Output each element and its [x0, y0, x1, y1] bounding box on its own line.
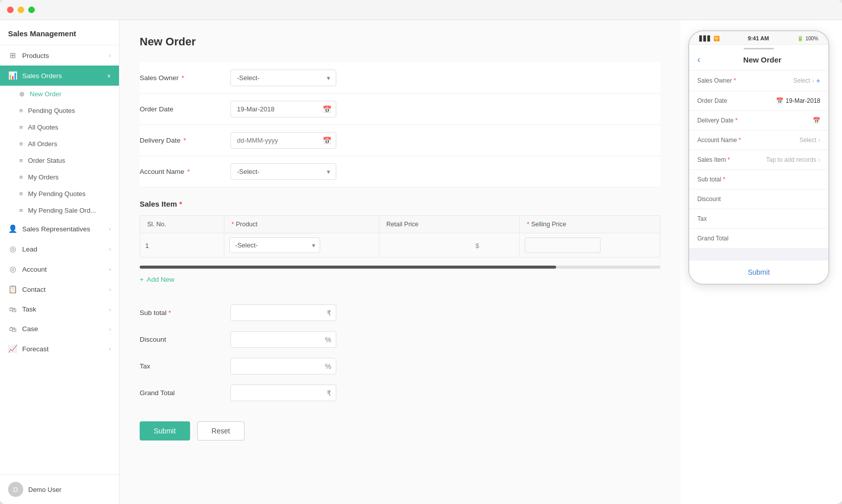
phone-page-title: New Order [704, 55, 820, 64]
order-date-label: Order Date [140, 105, 230, 113]
retail-price-input[interactable] [384, 242, 483, 249]
sidebar-label-forecast: Forecast [22, 345, 49, 353]
retail-price-header: Retail Price [379, 216, 520, 233]
case-icon: 🛍 [8, 325, 17, 333]
sidebar-label-task: Task [22, 305, 36, 313]
phone-battery-icon: 🔋 [797, 36, 803, 41]
maximize-dot[interactable] [28, 7, 35, 13]
sales-table-container[interactable]: Sl. No. * Product Retail Price * Selling… [140, 215, 660, 264]
phone-submit-button[interactable]: Submit [697, 268, 820, 276]
sidebar-item-sales-orders[interactable]: 📊 Sales Orders ∨ [0, 66, 119, 86]
sidebar-label-lead: Lead [22, 245, 37, 253]
table-scroll-track[interactable] [140, 266, 660, 269]
sidebar-subitem-all-quotes[interactable]: ≡ All Quotes [0, 119, 119, 136]
discount-row: Discount % [140, 326, 660, 353]
contact-chevron-icon: › [109, 286, 111, 292]
sub-total-input[interactable] [230, 304, 336, 321]
product-header: * Product [224, 216, 379, 233]
sidebar-item-lead[interactable]: ◎ Lead › [0, 239, 119, 259]
order-date-input-wrap: 📅 [230, 101, 336, 117]
lead-icon: ◎ [8, 244, 17, 254]
order-date-input[interactable] [230, 101, 336, 117]
sub-total-row: Sub total * ₹ [140, 299, 660, 326]
phone-field-account-name[interactable]: Account Name * Select › [689, 131, 828, 150]
sidebar-item-products[interactable]: ⊞ Products › [0, 45, 119, 66]
sales-item-section-title: Sales Item * [140, 200, 660, 208]
sidebar-user[interactable]: D Demo User [0, 474, 119, 504]
selling-price-input[interactable] [525, 237, 600, 253]
sl-no-cell [140, 233, 224, 258]
subitem-label-my-orders: My Orders [28, 173, 59, 181]
phone-label-delivery-date: Delivery Date * [697, 117, 738, 124]
phone-value-account-name: Select [800, 137, 816, 144]
sidebar-label-contact: Contact [22, 286, 46, 293]
sidebar-item-case[interactable]: 🛍 Case › [0, 319, 119, 339]
submit-button[interactable]: Submit [140, 421, 190, 440]
phone-field-sales-owner[interactable]: Sales Owner * Select › + [689, 71, 828, 91]
sl-no-header: Sl. No. [140, 216, 224, 233]
sidebar: Sales Management ⊞ Products › 📊 Sales Or… [0, 20, 119, 504]
phone-label-sub-total: Sub total * [697, 176, 725, 183]
phone-field-sales-item[interactable]: Sales Item * Tap to add records › [689, 150, 828, 170]
sales-reps-chevron-icon: › [109, 226, 111, 232]
phone-field-sub-total: Sub total * [689, 170, 828, 190]
sidebar-item-forecast[interactable]: 📈 Forecast › [0, 339, 119, 359]
phone-body: Sales Owner * Select › + Order Date 📅 19… [689, 71, 828, 284]
forecast-icon: 📈 [8, 344, 17, 353]
product-cell: -Select- ▼ [224, 233, 379, 258]
sidebar-subitem-new-order[interactable]: ⊕ New Order [0, 86, 119, 102]
product-select[interactable]: -Select- [229, 237, 320, 253]
forecast-chevron-icon: › [109, 346, 111, 352]
minimize-dot[interactable] [18, 7, 24, 13]
sidebar-item-account[interactable]: ◎ Account › [0, 259, 119, 279]
sidebar-item-sales-reps[interactable]: 👤 Sales Representatives › [0, 219, 119, 239]
sales-owner-input-wrap: -Select- ▼ [230, 70, 336, 86]
reset-button[interactable]: Reset [197, 421, 245, 440]
close-dot[interactable] [7, 7, 14, 13]
all-quotes-icon: ≡ [19, 123, 23, 131]
my-orders-icon: ≡ [19, 173, 23, 181]
phone-label-tax: Tax [697, 215, 707, 222]
phone-status-bar: ▋▋▋ 🛜 9:41 AM 🔋 100% [689, 31, 828, 45]
account-name-select[interactable]: -Select- [230, 163, 336, 180]
sidebar-item-task[interactable]: 🛍 Task › [0, 299, 119, 319]
account-name-input-wrap: -Select- ▼ [230, 163, 336, 180]
user-name: Demo User [28, 486, 62, 493]
phone-battery-label: 100% [805, 36, 818, 41]
account-name-row: Account Name * -Select- ▼ [140, 156, 660, 187]
sidebar-subitem-my-pending-sale-ord[interactable]: ≡ My Pending Sale Ord... [0, 202, 119, 219]
phone-frame: ▋▋▋ 🛜 9:41 AM 🔋 100% ‹ New Order [688, 30, 829, 285]
subitem-label-all-quotes: All Quotes [28, 123, 58, 131]
sidebar-subitem-order-status[interactable]: ≡ Order Status [0, 152, 119, 169]
sidebar-subitem-pending-quotes[interactable]: ≡ Pending Quotes [0, 102, 119, 119]
task-icon: 🛍 [8, 305, 17, 313]
sidebar-item-contact[interactable]: 📋 Contact › [0, 279, 119, 299]
sl-no-input[interactable] [145, 242, 219, 249]
sales-reps-icon: 👤 [8, 224, 17, 233]
delivery-date-input[interactable] [230, 132, 336, 149]
add-new-button[interactable]: + Add New [140, 276, 174, 283]
account-chevron-icon: › [109, 266, 111, 272]
grand-total-input[interactable] [230, 385, 336, 401]
tax-input[interactable] [230, 358, 336, 374]
phone-field-delivery-date[interactable]: Delivery Date * 📅 [689, 111, 828, 131]
subitem-label-my-pending-quotes: My Pending Quotes [28, 190, 86, 198]
discount-input[interactable] [230, 331, 336, 348]
sidebar-label-account: Account [22, 266, 47, 273]
sidebar-label-sales-reps: Sales Representatives [22, 225, 90, 233]
phone-label-grand-total: Grand Total [697, 235, 729, 242]
order-date-row: Order Date 📅 [140, 94, 660, 125]
sales-orders-icon: 📊 [8, 71, 17, 80]
phone-back-button[interactable]: ‹ [697, 54, 700, 65]
sidebar-subitem-my-pending-quotes[interactable]: ≡ My Pending Quotes [0, 185, 119, 202]
sales-owner-select[interactable]: -Select- [230, 70, 336, 86]
sidebar-subitem-my-orders[interactable]: ≡ My Orders [0, 169, 119, 185]
sidebar-title: Sales Management [0, 20, 119, 45]
tax-label: Tax [140, 362, 230, 370]
app-body: Sales Management ⊞ Products › 📊 Sales Or… [0, 20, 842, 504]
tax-row: Tax % [140, 353, 660, 380]
phone-calendar-order-icon: 📅 [776, 97, 784, 104]
sidebar-subitem-all-orders[interactable]: ≡ All Orders [0, 136, 119, 152]
retail-price-cell: $ [379, 233, 520, 258]
phone-chevron-sales-owner-icon: › [812, 77, 814, 84]
